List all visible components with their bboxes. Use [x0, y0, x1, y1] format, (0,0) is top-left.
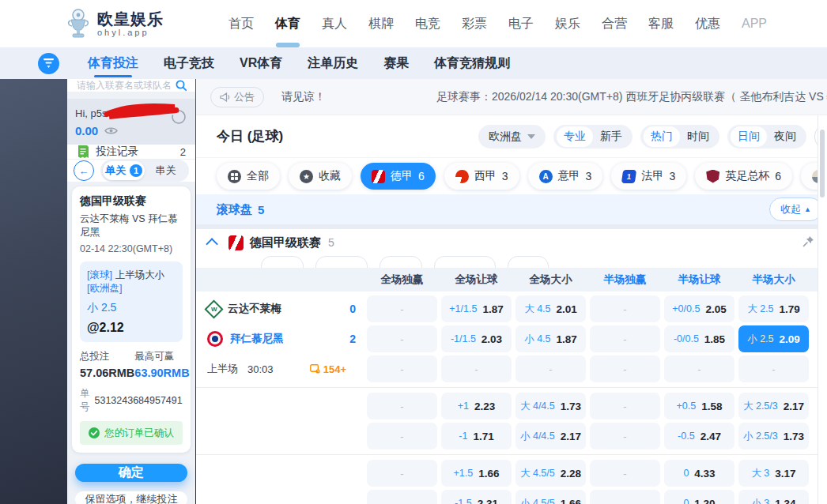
sub-nav-item-3[interactable]: 注单历史 [308, 47, 358, 79]
odds-cell[interactable]: 小 4.51.87 [515, 325, 586, 352]
filter-option-1-1[interactable]: 时间 [680, 126, 716, 147]
odds-cell[interactable]: +1.51.66 [441, 460, 512, 487]
odds-price: 2.05 [705, 303, 726, 315]
eye-icon[interactable] [104, 126, 118, 135]
odds-cell-empty: - [367, 460, 437, 487]
odds-cell-empty: - [664, 355, 734, 382]
filter-option-2-0[interactable]: 日间 [731, 126, 767, 147]
search-icon[interactable] [175, 79, 187, 92]
market-mini-tab-0[interactable] [261, 256, 304, 268]
filter-option-0-0[interactable]: 专业 [557, 126, 593, 147]
top-nav-item-2[interactable]: 真人 [322, 0, 347, 47]
odds-cell-selected[interactable]: 小 2.52.09 [738, 325, 809, 352]
collapse-button[interactable]: 收起 ▲ [769, 197, 822, 221]
odds-cell[interactable]: +0/0.52.05 [664, 295, 734, 322]
odds-cell[interactable]: -1/1.52.03 [441, 325, 512, 352]
sub-nav-item-2[interactable]: VR体育 [240, 47, 282, 79]
filter-option-0-1[interactable]: 新手 [593, 126, 629, 147]
odds-price: 1.73 [561, 401, 581, 412]
market-mini-tab-3[interactable] [434, 256, 496, 268]
odds-line: -0.5 [678, 431, 695, 442]
top-nav-item-5[interactable]: 彩票 [462, 0, 487, 47]
odds-cell[interactable]: 大 2.51.79 [738, 295, 809, 322]
bet-records-row[interactable]: 投注记录 2 [67, 145, 195, 160]
odds-cell[interactable]: -11.71 [441, 423, 512, 449]
top-nav-item-6[interactable]: 电子 [508, 0, 534, 47]
pin-icon[interactable] [802, 235, 814, 250]
top-nav-item-7[interactable]: 娱乐 [555, 0, 580, 47]
top-nav-item-0[interactable]: 首页 [228, 0, 254, 47]
odds-cell[interactable]: 大 4.52.01 [515, 295, 586, 322]
bet-records-label: 投注记录 [96, 145, 138, 159]
league-tab-label: 法甲 [641, 169, 663, 183]
top-nav-item-11[interactable]: APP [742, 0, 767, 47]
league-section-name: 德国甲级联赛 [250, 235, 321, 250]
market-mini-tab-2[interactable] [380, 256, 422, 268]
odds-cell[interactable]: +1/1.51.87 [441, 295, 512, 322]
odds-cell[interactable]: 大 33.17 [738, 460, 809, 487]
odds-cell[interactable]: 04.33 [664, 460, 734, 487]
announcement-badge[interactable]: 公告 [210, 87, 264, 107]
odds-price: 2.47 [700, 431, 721, 442]
odds-cell[interactable]: -0/0.51.85 [664, 325, 734, 352]
league-tab-6[interactable]: 英足总杯6 [695, 163, 792, 190]
odds-line: 大 3 [751, 467, 769, 480]
filter-option-1-0[interactable]: 热门 [644, 126, 680, 147]
odds-cell[interactable]: 小 31.34 [738, 490, 809, 504]
match-period: 上半场 [207, 362, 238, 376]
brand-logo[interactable]: 欧皇娱乐 ohyl.app [66, 9, 185, 39]
odds-price: 2.28 [561, 468, 581, 480]
odds-cell[interactable]: -1.52.31 [441, 490, 512, 504]
odds-cell[interactable]: 大 2.5/32.17 [738, 393, 809, 419]
top-nav-item-10[interactable]: 优惠 [695, 0, 720, 47]
odds-cell[interactable]: 小 4.5/51.66 [515, 490, 586, 504]
top-nav-item-9[interactable]: 客服 [648, 0, 674, 47]
team-name[interactable]: 拜仁慕尼黑 [230, 332, 284, 346]
collapse-chevron-icon: ▲ [804, 205, 811, 213]
sub-nav-item-5[interactable]: 体育竞猜规则 [434, 47, 510, 79]
odds-cell[interactable]: +12.23 [441, 393, 512, 419]
filter-menu-button[interactable] [38, 53, 59, 74]
league-tab-4[interactable]: A意甲3 [528, 163, 603, 190]
league-tab-5[interactable]: 1法甲3 [611, 163, 686, 190]
odds-cell-empty: - [441, 355, 512, 382]
tab-single-bet[interactable]: 单关 1 [103, 161, 145, 180]
league-tab-3[interactable]: 西甲3 [444, 163, 519, 190]
vertical-scrollbar[interactable] [818, 115, 827, 504]
search-input[interactable] [75, 79, 175, 92]
league-tab-1[interactable]: ★收藏 [289, 163, 352, 190]
back-button[interactable]: ← [74, 160, 94, 181]
keep-selection-button[interactable]: 保留选项，继续投注 [75, 491, 187, 504]
filter-toggle-groups: 专业新手热门时间日间夜间 [553, 125, 806, 149]
league-tab-0[interactable]: 全部 [217, 163, 280, 190]
confirm-button[interactable]: 确定 [75, 464, 187, 482]
top-nav-item-8[interactable]: 合营 [602, 0, 627, 47]
odds-cell[interactable]: 大 4.5/52.28 [515, 460, 586, 487]
top-nav-item-3[interactable]: 棋牌 [368, 0, 394, 47]
sub-nav-item-0[interactable]: 体育投注 [88, 47, 138, 79]
top-nav-item-1[interactable]: 体育 [275, 0, 300, 47]
section-chevron-up-icon[interactable] [206, 238, 218, 250]
slip-odds-type-tag: [欧洲盘] [87, 283, 122, 294]
league-tabs-row: 全部★收藏德甲6西甲3A意甲31法甲3英足总杯6英冠5P葡超3 [196, 158, 827, 194]
league-tab-2[interactable]: 德甲6 [361, 163, 436, 190]
filter-option-2-1[interactable]: 夜间 [767, 126, 803, 147]
odds-cell[interactable]: +0.51.58 [664, 393, 734, 419]
more-markets-badge[interactable]: 154+ [310, 363, 346, 375]
sub-nav-item-4[interactable]: 赛果 [383, 47, 409, 79]
tab-parlay-bet[interactable]: 串关 [145, 161, 187, 180]
odds-cell[interactable]: 小 4/4.52.17 [515, 423, 586, 449]
sub-nav-item-1[interactable]: 电子竞技 [164, 47, 214, 79]
scrollbar-thumb[interactable] [820, 130, 825, 197]
team-name[interactable]: 云达不莱梅 [228, 302, 281, 316]
odds-type-dropdown[interactable]: 欧洲盘 [478, 125, 546, 149]
odds-price: 2.03 [481, 333, 502, 345]
odds-cell[interactable]: -0.52.47 [664, 423, 734, 449]
odds-cell[interactable]: 小 2.5/31.73 [738, 423, 809, 449]
market-mini-tab-4[interactable] [508, 256, 549, 268]
league-tab-count: 6 [418, 170, 425, 182]
odds-cell[interactable]: 大 4/4.51.73 [515, 393, 586, 419]
market-mini-tab-1[interactable] [315, 256, 368, 268]
odds-cell[interactable]: 01.20 [664, 490, 734, 504]
top-nav-item-4[interactable]: 电竞 [415, 0, 440, 47]
